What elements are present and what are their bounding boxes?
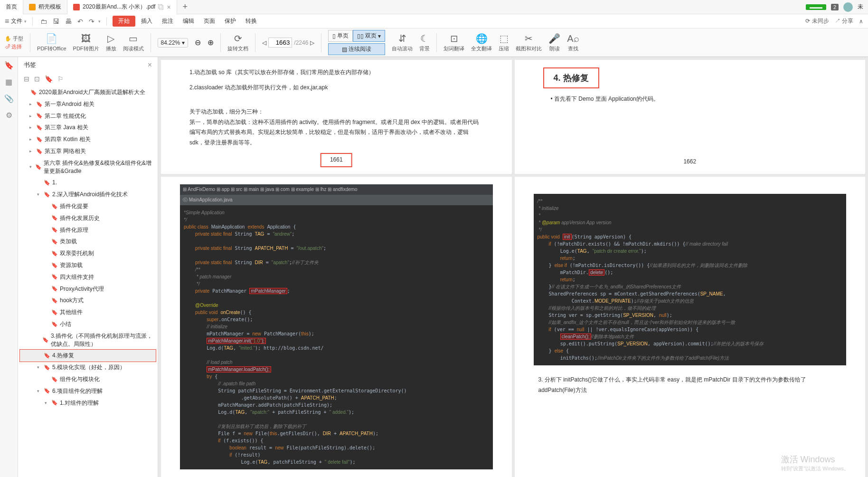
tab-close-icon[interactable]: × [167,3,170,11]
document-viewport[interactable]: 1.动态加载 so 库（其实可以放在外部存储，我们常用的是放在内部存储） 2.c… [158,57,868,477]
tab-home[interactable]: 首页 [0,0,23,14]
menu-convert[interactable]: 转换 [242,17,261,25]
doc-text: • 首先看下 Demo 里面 Application的代码。 [551,94,837,105]
page-number-label: 1661 [321,153,352,167]
hand-tool-button[interactable]: ✋ 手型 [5,35,23,42]
add-bookmark-icon[interactable]: 🔖 [45,75,53,83]
bookmark-item[interactable]: 🔖类加载 [20,236,156,248]
new-tab-button[interactable]: + [177,2,194,12]
bookmark-item[interactable]: ▾🔖2.深入理解Android插件化技术 [20,189,156,200]
zoom-in-icon[interactable]: ⊕ [208,38,214,47]
bookmark-rail-icon[interactable]: 🔖 [4,61,14,70]
sidebar-title: 书签 [24,61,36,69]
expand-all-icon[interactable]: ⊟ [24,75,29,83]
bookmark-icon[interactable]: ⚐ [57,75,64,83]
thumbnail-rail-icon[interactable]: ▦ [5,77,12,86]
double-page-button[interactable]: ▯▯ 双页 ▾ [353,30,385,42]
zoom-combo[interactable]: 84.22%▾ [158,38,189,48]
read-aloud-button[interactable]: 🎤朗读 [548,33,560,52]
next-page-icon[interactable]: ▷ [310,39,314,46]
find-button[interactable]: A⌕查找 [567,33,579,52]
bookmark-item[interactable]: 🔖插件化发展历史 [20,212,156,224]
bookmark-item[interactable]: ▾🔖5.模块化实现（好处，原因） [20,362,156,373]
menu-edit[interactable]: 编辑 [179,17,198,25]
tab-restore-icon[interactable]: ⿻ [158,4,164,10]
doc-text: 关于动态加载，细分为三种： [189,107,483,117]
collapse-ribbon-icon[interactable]: ∧ [859,18,863,25]
screenshot-icon: ✂ [525,33,533,44]
menu-start[interactable]: 开始 [113,16,135,27]
read-mode-button[interactable]: ▭阅读模式 [123,33,144,52]
bookmark-item[interactable]: 🔖组件化与模块化 [20,373,156,385]
rotate-button[interactable]: ⟳旋转文档 [227,33,248,52]
notification-badge[interactable]: 2 [831,4,839,10]
bookmark-item[interactable]: 🔖插件化原理 [20,224,156,236]
page-number-input[interactable] [268,38,292,48]
bookmark-item[interactable]: ▸🔖第一章Android 相关 [20,98,156,110]
pdf-to-image-button[interactable]: 🖼PDF转图片 [73,33,99,52]
bookmark-item[interactable]: 🔖资源加载 [20,259,156,271]
background-button[interactable]: ☾背景 [419,33,430,52]
collapse-all-icon[interactable]: ⊡ [34,75,40,83]
compress-button[interactable]: ⬚压缩 [499,33,509,52]
attachment-rail-icon[interactable]: 📎 [4,94,14,103]
rotate-icon: ⟳ [234,33,242,44]
not-synced-button[interactable]: ⟳ 未同步 [805,17,829,25]
select-tool-button[interactable]: ⮰ 选择 [5,43,23,50]
bookmark-item[interactable]: 🔖小结 [20,318,156,330]
pdf-image-icon: 🖼 [81,33,91,44]
word-translate-button[interactable]: ⊡划词翻译 [443,33,464,52]
bookmark-item[interactable]: 🔖hook方式 [20,295,156,306]
bookmark-item[interactable]: 🔖插件化提要 [20,200,156,212]
menu-page[interactable]: 页面 [200,17,219,25]
prev-page-icon[interactable]: ◁ [262,39,266,46]
bookmark-item[interactable]: 🔖四大组件支持 [20,271,156,283]
bookmark-item[interactable]: 🔖1. [20,177,156,189]
bookmark-item[interactable]: 🔖双亲委托机制 [20,248,156,259]
open-folder-icon[interactable]: 🗀 [38,18,49,25]
zoom-out-icon[interactable]: ⊖ [195,38,201,47]
page-total: /2246 [294,39,308,46]
sidebar-close-icon[interactable]: × [148,61,152,69]
continuous-read-button[interactable]: ▤ 连续阅读 [328,43,385,55]
share-button[interactable]: ↗ 分享 [835,17,853,25]
play-button[interactable]: ▷播放 [106,33,116,52]
bookmark-item[interactable]: 🔖2020最新Android大厂高频面试题解析大全 [20,86,156,98]
bookmark-item[interactable]: 🔖ProxyActivity代理 [20,283,156,295]
bookmark-item[interactable]: 🔖3.插件化（不同插件化机制原理与流派，优缺点。局限性） [20,330,156,350]
save-icon[interactable]: 🖫 [51,18,61,25]
screenshot-compare-button[interactable]: ✂截图和对比 [516,33,542,52]
bookmark-item[interactable]: ▾🔖6.项目组件化的理解 [20,385,156,397]
tab-template[interactable]: 稻壳模板 [23,0,67,14]
redo-icon[interactable]: ↷ [87,18,96,25]
autoscroll-button[interactable]: ⇵自动滚动 [392,33,413,52]
bookmark-item[interactable]: ▾🔖1.对组件的理解 [20,397,156,409]
bookmark-item[interactable]: ▸🔖第二章 性能优化 [20,110,156,122]
page-navigation: ◁ /2246 ▷ [262,38,314,48]
bookmark-item[interactable]: ▸🔖第三章 Java 相关 [20,122,156,134]
hamburger-icon[interactable]: ≡ [5,17,9,26]
doc-text: 1.动态加载 so 库（其实可以放在外部存储，我们常用的是放在内部存储） [189,67,483,78]
menu-insert[interactable]: 插入 [137,17,156,25]
bookmark-tree[interactable]: 🔖2020最新Android大厂高频面试题解析大全▸🔖第一章Android 相关… [18,86,158,477]
tab-active-pdf[interactable]: 2020最新And...东 小米）.pdf⿻× [67,0,177,14]
pdf-to-office-button[interactable]: 📄PDF转Office [37,33,66,52]
avatar[interactable] [843,2,853,12]
compress-icon: ⬚ [500,33,509,44]
bookmark-item[interactable]: 🔖4.热修复 [20,350,156,362]
menu-protect[interactable]: 保护 [221,17,240,25]
settings-rail-icon[interactable]: ⚙ [6,111,12,120]
code-screenshot: /** * initialize * * @param appVersion A… [534,194,847,365]
bookmark-item[interactable]: ▾🔖第六章 插件化&热修复&模块化&组件化&增量更新&Gradle [20,157,156,177]
menu-file[interactable]: 文件 [11,17,22,25]
toolbar-strip-icon[interactable]: ▬▬▬ [806,4,826,10]
bookmark-item[interactable]: 🔖其他组件 [20,306,156,318]
doc-text: 第一，简单的动态加载：这种不适用插件的 activity。使用插件的 fragm… [189,117,483,148]
print-icon[interactable]: 🖶 [63,18,74,25]
bookmark-item[interactable]: ▸🔖第五章 网络相关 [20,145,156,157]
full-translate-button[interactable]: 🌐全文翻译 [471,33,492,52]
bookmark-item[interactable]: ▸🔖第四章 Kotlin 相关 [20,134,156,145]
undo-icon[interactable]: ↶ [75,18,85,25]
single-page-button[interactable]: ▯ 单页 [328,30,353,42]
menu-annotate[interactable]: 批注 [158,17,177,25]
